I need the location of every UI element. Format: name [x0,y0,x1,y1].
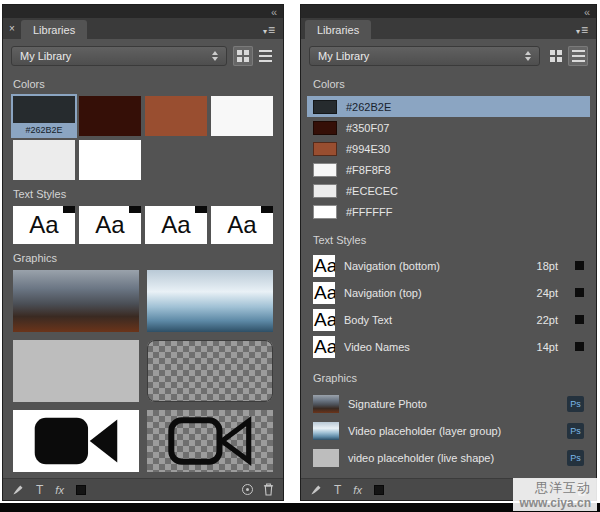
section-header-colors: Colors [13,78,273,90]
close-icon[interactable] [3,18,21,39]
grid-icon [550,50,562,62]
color-swatch[interactable] [79,96,141,136]
chevron-down-icon [576,20,580,38]
panel-header-strip [3,5,283,18]
add-layer-style-icon[interactable]: fx [55,484,64,496]
chevron-down-icon [263,20,267,38]
text-style-list-item[interactable]: Aa Navigation (top) 24pt [313,279,584,306]
grid-icon [237,50,249,62]
color-swatch-grid: #262B2E [13,96,273,180]
color-hex-label: #262B2E [346,101,391,113]
add-text-style-icon[interactable]: T [36,483,43,497]
graphic-list-item[interactable]: Video placeholder (layer group) Ps [313,417,584,444]
add-graphic-icon[interactable] [310,484,322,496]
tab-bar: Libraries [3,18,283,39]
swatch-fill [313,184,337,198]
style-color-mark [129,206,141,213]
watermark-line1: 思洋互动 [519,480,591,496]
color-list-item[interactable]: #350F07 [307,117,590,138]
text-style-size: 14pt [528,341,558,353]
graphic-thumbnail-iceberg-photo[interactable] [147,270,273,332]
screenshot-bottom-edge [0,503,600,512]
style-color-mark [63,206,75,213]
color-hex-label: #350F07 [346,122,389,134]
text-style-size: 18pt [528,260,558,272]
list-view-button[interactable] [255,46,275,66]
text-style-tile[interactable]: Aa [211,206,273,244]
video-camera-icon [33,414,119,468]
panel-menu-icon[interactable] [255,18,283,39]
color-swatch[interactable] [79,140,141,180]
text-style-list-item[interactable]: Aa Body Text 22pt [313,306,584,333]
color-list-item[interactable]: #FFFFFF [307,201,590,222]
swatch-label: #262B2E [13,123,75,136]
graphic-list-item[interactable]: Signature Photo Ps [313,390,584,417]
tab-libraries[interactable]: Libraries [21,20,87,39]
color-swatch-selected[interactable]: #262B2E [13,96,75,136]
text-style-list-item[interactable]: Aa Video Names 14pt [313,333,584,360]
graphic-thumbnail-video-outline[interactable] [147,410,273,472]
add-color-icon[interactable] [374,485,384,495]
color-swatch[interactable] [211,96,273,136]
select-arrows-icon [525,51,531,61]
graphic-thumbnail-gray-placeholder[interactable] [13,340,139,402]
graphic-thumbnail-video-shape[interactable] [13,410,139,472]
text-style-tile[interactable]: Aa [79,206,141,244]
color-swatch[interactable] [13,140,75,180]
library-select-value: My Library [20,50,71,62]
swatch-fill [145,96,207,136]
grid-view-button[interactable] [233,46,253,66]
graphic-name: video placeholder (live shape) [348,452,558,464]
trash-icon[interactable] [263,483,274,496]
aa-glyph: Aa [227,211,256,239]
section-header-text-styles: Text Styles [313,234,584,246]
style-color-mark [575,342,584,351]
aa-glyph: Aa [29,211,58,239]
color-swatch[interactable] [145,96,207,136]
text-style-list-item[interactable]: Aa Navigation (bottom) 18pt [313,252,584,279]
text-style-tile[interactable]: Aa [145,206,207,244]
text-style-name: Video Names [344,341,519,353]
list-icon [259,50,272,62]
color-list-item-selected[interactable]: #262B2E [307,96,590,117]
text-style-name: Navigation (bottom) [344,260,519,272]
add-layer-style-icon[interactable]: fx [353,484,362,496]
text-style-size: 24pt [528,287,558,299]
graphic-thumbnail-signature-photo[interactable] [13,270,139,332]
panel-menu-icon[interactable] [568,18,596,39]
color-list-item[interactable]: #994E30 [307,138,590,159]
list-view-button[interactable] [568,46,588,66]
tab-label: Libraries [33,24,75,36]
tab-bar: Libraries [301,18,596,39]
graphics-grid [13,270,273,472]
graphic-thumbnail [313,422,339,440]
color-hex-label: #FFFFFF [346,206,392,218]
collapse-panel-icon[interactable] [271,7,277,17]
section-header-graphics: Graphics [13,252,273,264]
add-color-icon[interactable] [76,485,86,495]
swatch-fill [313,121,337,135]
section-header-colors: Colors [313,78,584,90]
view-toggles [233,46,275,66]
grid-view-button[interactable] [546,46,566,66]
color-list-item[interactable]: #F8F8F8 [307,159,590,180]
color-list-item[interactable]: #ECECEC [307,180,590,201]
aa-glyph: Aa [95,211,124,239]
text-style-tile[interactable]: Aa [13,206,75,244]
library-select[interactable]: My Library [309,46,540,66]
library-select[interactable]: My Library [11,46,227,66]
graphic-list-item[interactable]: video placeholder (live shape) Ps [313,444,584,471]
library-toolbar: My Library [301,39,596,70]
photoshop-badge: Ps [567,396,584,412]
aa-thumbnail: Aa [313,336,335,358]
collapse-panel-icon[interactable] [584,7,590,17]
add-text-style-icon[interactable]: T [334,483,341,497]
watermark-line2: www.ciya.cn [519,496,591,510]
sync-status-icon[interactable] [242,484,253,495]
text-style-name: Body Text [344,314,519,326]
tab-libraries[interactable]: Libraries [305,20,371,39]
graphic-thumbnail-transparent-placeholder[interactable] [147,340,273,402]
libraries-panel-grid-view: Libraries My Library Colors [2,4,284,501]
add-graphic-icon[interactable] [12,484,24,496]
swatch-fill [313,205,337,219]
